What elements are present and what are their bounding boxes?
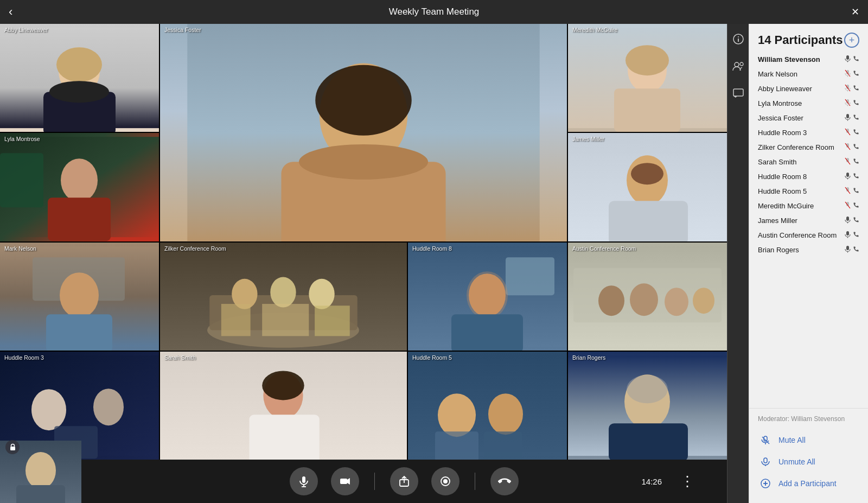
mic-muted-icon [845, 157, 851, 167]
share-button[interactable] [390, 467, 418, 495]
chat-button[interactable] [730, 85, 747, 102]
participants-sidebar: 14 Participants + William Stevenson Mark… [749, 24, 868, 503]
participant-icons [845, 157, 859, 167]
svg-point-44 [665, 288, 688, 316]
participant-name: Mark Nelson [758, 70, 845, 78]
video-area: Abby Lineweaver Jessica Foster [0, 24, 727, 503]
participant-row[interactable]: Huddle Room 8 [754, 169, 864, 184]
participant-icons [845, 143, 859, 152]
svg-point-20 [631, 163, 663, 184]
svg-point-24 [60, 272, 99, 318]
phone-icon [853, 158, 859, 166]
add-participant-action[interactable]: Add a Participant [758, 473, 859, 494]
participant-row[interactable]: Jessica Foster [754, 111, 864, 125]
svg-rect-81 [733, 89, 743, 96]
mic-muted-icon [845, 99, 851, 108]
participant-row[interactable]: Zilker Conference Room [754, 140, 864, 155]
record-button[interactable] [431, 467, 459, 495]
participant-row[interactable]: Huddle Room 3 [754, 125, 864, 140]
video-cell-mark: Mark Nelson [0, 243, 159, 351]
svg-point-53 [262, 371, 304, 400]
sidebar-add-button[interactable]: + [844, 33, 859, 48]
svg-rect-33 [262, 304, 309, 336]
participant-row[interactable]: Brian Rogers [754, 243, 864, 257]
end-call-button[interactable] [490, 467, 519, 495]
participant-icons [845, 231, 859, 240]
video-cell-huddle5: Huddle Room 5 [408, 352, 567, 460]
participant-name: Zilker Conference Room [758, 143, 845, 151]
video-label-sarah: Sarah Smith [164, 354, 196, 361]
video-cell-lyla: Lyla Montrose [0, 133, 159, 241]
svg-point-56 [438, 393, 476, 437]
participant-row[interactable]: Sarah Smith [754, 155, 864, 169]
participant-name: Austin Conference Room [758, 231, 845, 239]
participant-name: Sarah Smith [758, 158, 845, 166]
participant-icons [845, 69, 859, 79]
svg-rect-58 [435, 431, 478, 460]
back-button[interactable]: ‹ [9, 5, 12, 19]
participant-row[interactable]: Austin Conference Room [754, 228, 864, 243]
participant-row[interactable]: Meredith McGuire [754, 199, 864, 213]
svg-rect-36 [506, 257, 554, 295]
svg-point-38 [469, 273, 506, 317]
video-button[interactable] [331, 467, 359, 495]
video-cell-brian: Brian Rogers [568, 352, 727, 460]
video-label-abby: Abby Lineweaver [4, 27, 48, 33]
phone-icon [853, 187, 859, 195]
participant-icons [845, 84, 859, 93]
phone-icon [853, 143, 859, 151]
participants-count: 14 Participants [758, 33, 843, 47]
mute-all-action[interactable]: Mute All [758, 429, 859, 451]
video-label-meredith: Meredith McGuire [572, 27, 617, 33]
participants-button[interactable] [730, 58, 747, 75]
participant-icons [845, 172, 859, 181]
video-label-huddle5: Huddle Room 5 [412, 354, 452, 361]
svg-rect-54 [249, 415, 319, 460]
control-divider [374, 473, 375, 490]
info-button[interactable] [730, 30, 747, 48]
svg-point-78 [738, 36, 739, 37]
svg-point-4 [49, 81, 109, 103]
more-options-button[interactable]: ⋮ [680, 473, 694, 490]
video-label-james: James Miller [572, 136, 604, 142]
participant-icons [845, 245, 859, 254]
mic-icon [845, 172, 851, 181]
add-participant-icon [758, 476, 773, 491]
participant-row[interactable]: William Stevenson [754, 52, 864, 67]
svg-rect-32 [221, 304, 251, 336]
participant-row[interactable]: Abby Lineweaver [754, 81, 864, 96]
svg-point-43 [630, 283, 658, 316]
participant-icons [845, 55, 859, 64]
svg-point-47 [31, 389, 66, 430]
svg-point-45 [693, 288, 714, 314]
participant-icons [845, 187, 859, 196]
video-label-lyla: Lyla Montrose [4, 136, 40, 142]
video-cell-meredith: Meredith McGuire [568, 24, 727, 132]
unmute-all-action[interactable]: Unmute All [758, 451, 859, 473]
participant-row[interactable]: Mark Nelson [754, 67, 864, 81]
phone-icon [853, 85, 859, 93]
mute-all-label: Mute All [778, 436, 806, 444]
svg-point-16 [61, 158, 98, 202]
video-label-mark: Mark Nelson [4, 245, 36, 252]
participant-row[interactable]: Lyla Montrose [754, 96, 864, 111]
video-cell-zilker: Zilker Conference Room [160, 243, 407, 351]
sidebar-footer: Moderator: William Stevenson Mute All [749, 408, 868, 503]
participant-name: Huddle Room 8 [758, 173, 845, 181]
svg-rect-101 [846, 173, 849, 177]
mute-button[interactable] [290, 467, 318, 495]
svg-point-79 [735, 62, 739, 67]
mic-icon [845, 245, 851, 254]
svg-rect-34 [315, 305, 350, 336]
participant-row[interactable]: James Miller [754, 213, 864, 228]
mic-muted-icon [845, 201, 851, 211]
phone-icon [853, 129, 859, 137]
svg-rect-59 [484, 431, 522, 460]
video-label-brian: Brian Rogers [572, 354, 605, 361]
svg-rect-107 [846, 217, 849, 221]
svg-rect-66 [16, 485, 65, 503]
close-button[interactable]: ✕ [851, 6, 859, 18]
participant-name: William Stevenson [758, 55, 845, 63]
participant-name: Huddle Room 3 [758, 129, 845, 137]
participant-row[interactable]: Huddle Room 5 [754, 184, 864, 199]
